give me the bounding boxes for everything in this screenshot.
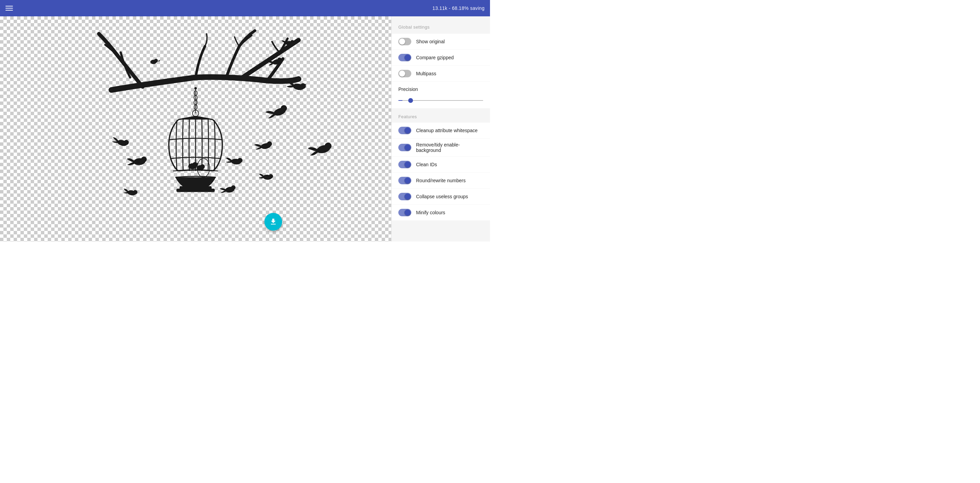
remove-background-toggle[interactable]	[398, 144, 411, 151]
clean-ids-label: Clean IDs	[416, 162, 483, 167]
precision-section: Precision	[391, 82, 490, 108]
minify-colours-track	[398, 209, 411, 216]
compare-gzipped-toggle[interactable]	[398, 54, 411, 61]
show-original-track	[398, 38, 411, 45]
menu-button[interactable]	[5, 6, 13, 11]
settings-panel: Global settings Show original Compare gz…	[391, 16, 490, 242]
svg-point-14	[290, 40, 294, 44]
multipass-label: Multipass	[416, 71, 483, 76]
show-original-label: Show original	[416, 39, 483, 44]
precision-label: Precision	[398, 86, 483, 92]
collapse-groups-label: Collapse useless groups	[416, 194, 483, 199]
multipass-row: Multipass	[391, 66, 490, 81]
round-numbers-label: Round/rewrite numbers	[416, 178, 483, 183]
compare-gzipped-track	[398, 54, 411, 61]
minify-colours-row: Minify colours	[391, 205, 490, 220]
remove-background-row: Remove/tidy enable-background	[391, 139, 490, 156]
collapse-groups-track	[398, 193, 411, 200]
compare-gzipped-label: Compare gzipped	[416, 55, 483, 60]
svg-image	[42, 28, 349, 230]
clean-ids-track	[398, 161, 411, 168]
multipass-track	[398, 70, 411, 77]
clean-ids-row: Clean IDs	[391, 157, 490, 172]
compare-gzipped-row: Compare gzipped	[391, 50, 490, 65]
cleanup-whitespace-label: Cleanup attribute whitespace	[416, 128, 483, 133]
collapse-groups-toggle[interactable]	[398, 193, 411, 200]
main-content: Global settings Show original Compare gz…	[0, 16, 490, 242]
round-numbers-toggle[interactable]	[398, 177, 411, 184]
svg-canvas	[0, 16, 391, 242]
svg-point-10	[193, 162, 197, 167]
minify-colours-toggle[interactable]	[398, 209, 411, 216]
minify-colours-label: Minify colours	[416, 210, 483, 215]
svg-rect-7	[177, 189, 214, 191]
cleanup-whitespace-toggle[interactable]	[398, 127, 411, 134]
features-header: Features	[391, 109, 490, 122]
top-bar: 13.11k - 68.18% saving	[0, 0, 490, 16]
cleanup-whitespace-track	[398, 127, 411, 134]
remove-background-track	[398, 144, 411, 151]
clean-ids-toggle[interactable]	[398, 161, 411, 168]
collapse-groups-row: Collapse useless groups	[391, 189, 490, 204]
precision-slider[interactable]	[398, 100, 483, 101]
status-text: 13.11k - 68.18% saving	[433, 5, 485, 11]
round-numbers-row: Round/rewrite numbers	[391, 173, 490, 188]
multipass-toggle[interactable]	[398, 70, 411, 77]
svg-point-12	[201, 165, 204, 168]
show-original-toggle[interactable]	[398, 38, 411, 45]
remove-background-label: Remove/tidy enable-background	[416, 142, 483, 153]
show-original-row: Show original	[391, 34, 490, 49]
download-button[interactable]	[264, 213, 282, 230]
round-numbers-track	[398, 177, 411, 184]
svg-preview	[0, 16, 391, 242]
cleanup-whitespace-row: Cleanup attribute whitespace	[391, 122, 490, 138]
global-settings-header: Global settings	[391, 22, 490, 34]
svg-point-18	[154, 59, 158, 63]
